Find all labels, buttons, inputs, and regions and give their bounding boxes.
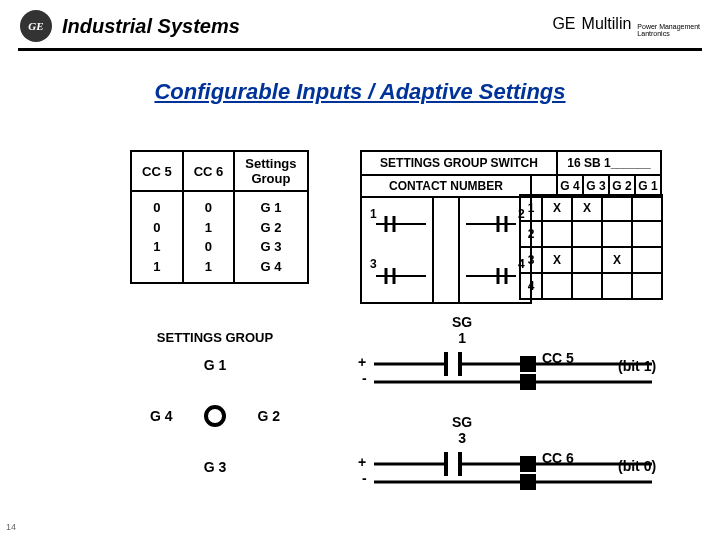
brand-ge: GE [552, 15, 575, 33]
plus-label-2: + [358, 454, 366, 470]
truth-table: CC 5 CC 6 Settings Group 0 0 1 1 0 1 0 1… [130, 150, 309, 284]
truth-group-vals: G 1 G 2 G 3 G 4 [234, 191, 307, 283]
circuit-bit1-label: (bit 1) [618, 358, 656, 374]
circuit-cc6-label: CC 6 [542, 450, 574, 466]
tagline-2: Lantronics [637, 30, 700, 37]
sgs-row-1: 1 [520, 195, 542, 221]
sgs-contact-hdr: CONTACT NUMBER [361, 175, 531, 197]
brand-multilin: Multilin [582, 15, 632, 33]
truth-cc5-bits: 0 0 1 1 [131, 191, 183, 283]
sgs-cell [632, 195, 662, 221]
sgs-row-3: 3 [520, 247, 542, 273]
sgs-x-3-g4: X [542, 247, 572, 273]
dial-knob-icon [204, 405, 226, 427]
switch-diagram-left: 1 3 [362, 198, 432, 302]
svg-text:1: 1 [370, 207, 377, 221]
minus-label: - [362, 370, 367, 386]
svg-rect-27 [520, 374, 536, 390]
ge-logo-icon: GE [20, 10, 52, 42]
svg-rect-33 [520, 456, 536, 472]
page-title: Configurable Inputs / Adaptive Settings [0, 79, 720, 105]
circuit-sg3: SG 3 + - CC 6 (bit 0) [360, 420, 660, 490]
header-brand: GE Multilin Power Management Lantronics [552, 15, 700, 37]
truth-cc6-bits: 0 1 0 1 [183, 191, 235, 283]
sgs-title: SETTINGS GROUP SWITCH [361, 151, 557, 175]
dial-g3: G 3 [204, 459, 227, 475]
sgs-cell [602, 195, 632, 221]
truth-th-cc6: CC 6 [183, 151, 235, 191]
sgs-x-1-g3: X [572, 195, 602, 221]
settings-group-dial: SETTINGS GROUP G 1 G 2 G 3 G 4 [130, 330, 300, 481]
dial-g1: G 1 [204, 357, 227, 373]
circuit-sg1-label: SG 1 [452, 314, 472, 346]
circuit-bit0-label: (bit 0) [618, 458, 656, 474]
dial-title: SETTINGS GROUP [130, 330, 300, 345]
header-rule [18, 48, 702, 51]
sgs-contact-grid: 1 X X 2 3 X X 4 [519, 194, 663, 300]
truth-th-cc5: CC 5 [131, 151, 183, 191]
plus-label: + [358, 354, 366, 370]
dial-g4: G 4 [150, 408, 173, 424]
sgs-x-1-g4: X [542, 195, 572, 221]
brand-tagline: Power Management Lantronics [637, 23, 700, 37]
dial-g2: G 2 [257, 408, 280, 424]
header: GE Industrial Systems GE Multilin Power … [0, 0, 720, 48]
circuit-cc5-label: CC 5 [542, 350, 574, 366]
circuit-sg3-label: SG 3 [452, 414, 472, 446]
svg-text:3: 3 [370, 257, 377, 271]
sgs-row-2: 2 [520, 221, 542, 247]
tagline-1: Power Management [637, 23, 700, 30]
sgs-x-3-g2: X [602, 247, 632, 273]
sgs-model: 16 SB 1______ [557, 151, 661, 175]
svg-rect-24 [520, 356, 536, 372]
sgs-row-4: 4 [520, 273, 542, 299]
minus-label-2: - [362, 470, 367, 486]
svg-rect-36 [520, 474, 536, 490]
slide-number: 14 [6, 522, 16, 532]
truth-th-group: Settings Group [234, 151, 307, 191]
header-title: Industrial Systems [62, 15, 240, 38]
circuit-sg1: SG 1 + - CC 5 (bit 1) [360, 320, 660, 390]
